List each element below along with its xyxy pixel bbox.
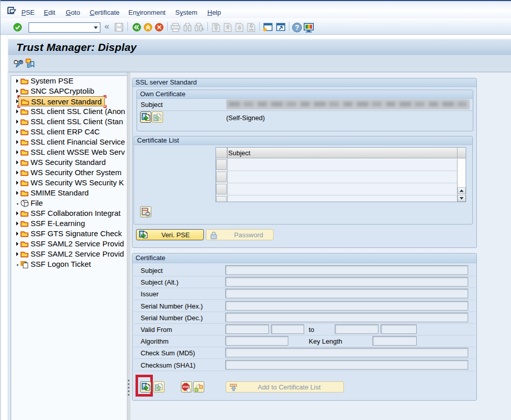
svg-text:STOP: STOP: [182, 386, 189, 388]
svg-text:?: ?: [295, 23, 300, 32]
